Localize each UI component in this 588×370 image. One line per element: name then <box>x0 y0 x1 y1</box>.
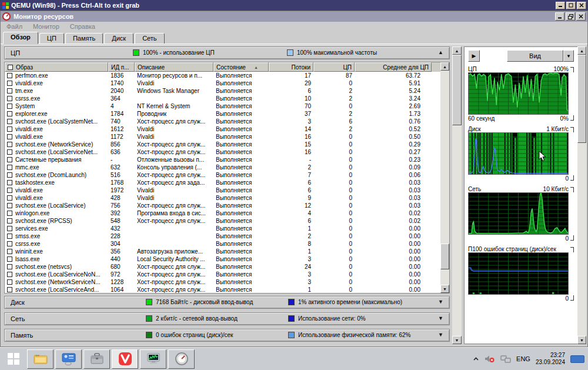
table-row[interactable]: svchost.exe (RPCSS) 548 Хост-процесс для… <box>5 217 440 225</box>
row-checkbox[interactable] <box>7 73 12 78</box>
volume-muted-icon[interactable] <box>485 355 495 363</box>
app-minimize-button[interactable] <box>555 12 564 21</box>
row-checkbox[interactable] <box>7 264 12 269</box>
column-header-cpu[interactable]: ЦП <box>313 62 355 72</box>
table-row[interactable]: mmc.exe 632 Консоль управления (... Выпо… <box>5 164 440 171</box>
row-checkbox[interactable] <box>7 172 12 178</box>
table-row[interactable]: winlogon.exe 392 Программа входа в сис..… <box>5 209 440 217</box>
table-row[interactable]: svchost.exe (NetworkService) 856 Хост-пр… <box>5 141 440 148</box>
table-row[interactable]: tm.exe 2040 Windows Task Manager Выполня… <box>5 87 440 95</box>
table-row[interactable]: lsass.exe 440 Local Security Authority .… <box>5 255 440 263</box>
menu-monitor[interactable]: Монитор <box>33 23 59 30</box>
network-section-header[interactable]: Сеть 2 кбит/с - сетевой ввод-вывод Испол… <box>4 312 450 325</box>
row-checkbox[interactable] <box>7 165 12 170</box>
row-checkbox[interactable] <box>7 111 12 116</box>
table-row[interactable]: vivaldi.exe 1172 Vivaldi Выполняется 16 … <box>5 133 440 141</box>
qemu-minimize-button[interactable] <box>556 2 565 9</box>
table-row[interactable]: wininit.exe 356 Автозагрузка приложе... … <box>5 248 440 255</box>
app-restore-button[interactable] <box>566 12 575 21</box>
graphs-scrollbar[interactable]: ▲ ▼ <box>577 46 586 344</box>
table-row[interactable]: vivaldi.exe 428 Vivaldi Выполняется 9 0 … <box>5 194 440 202</box>
network-expand-icon[interactable]: ▼ <box>438 315 443 321</box>
table-row[interactable]: svchost.exe (LocalServiceNet... 636 Хост… <box>5 148 440 156</box>
main-scroll-down-icon[interactable]: ▼ <box>452 336 462 344</box>
graphs-scroll-down-icon[interactable]: ▼ <box>577 336 586 344</box>
row-checkbox[interactable] <box>7 88 12 94</box>
app-close-button[interactable] <box>576 12 586 21</box>
show-desktop-indicator[interactable] <box>570 355 584 363</box>
table-row[interactable]: vivaldi.exe 1740 Vivaldi Выполняется 29 … <box>5 79 440 87</box>
table-scrollbar[interactable]: ▲ ▼ <box>440 62 449 293</box>
play-icon[interactable]: ▶ <box>468 50 480 62</box>
tab-memory[interactable]: Память <box>65 33 103 44</box>
table-row[interactable]: smss.exe 228 Выполняется 2 0 0.00 <box>5 232 440 240</box>
row-checkbox[interactable] <box>7 256 12 262</box>
memory-section-header[interactable]: Память 0 ошибок страниц (диск)/сек Испол… <box>4 329 450 342</box>
row-checkbox[interactable] <box>7 287 12 292</box>
cpu-collapse-icon[interactable]: ▲ <box>438 49 443 55</box>
graphs-scroll-thumb[interactable] <box>577 55 586 143</box>
column-header-pid[interactable]: ИД п... <box>108 62 135 72</box>
taskbar-toolbox-button[interactable] <box>83 349 110 369</box>
disk-expand-icon[interactable]: ▼ <box>438 299 443 305</box>
select-all-checkbox[interactable] <box>8 65 13 70</box>
main-scroll-up-icon[interactable]: ▲ <box>452 46 462 55</box>
taskbar-explorer-button[interactable] <box>27 349 54 369</box>
tab-overview[interactable]: Обзор <box>3 32 38 44</box>
table-row[interactable]: Системные прерывания - Отложенные вызовы… <box>5 156 440 164</box>
taskbar-vivaldi-button[interactable] <box>112 349 138 369</box>
language-indicator[interactable]: ENG <box>516 355 530 362</box>
row-checkbox[interactable] <box>7 211 12 216</box>
graphs-scroll-up-icon[interactable]: ▲ <box>577 46 586 55</box>
tab-disk[interactable]: Диск <box>104 33 133 44</box>
table-row[interactable]: svchost.exe (LocalServiceAnd... 1064 Хос… <box>5 286 440 293</box>
table-row[interactable]: svchost.exe (NetworkServiceN... 1228 Хос… <box>5 278 440 286</box>
column-header-average[interactable]: Среднее для ЦП <box>355 62 432 72</box>
row-checkbox[interactable] <box>7 195 12 201</box>
row-checkbox[interactable] <box>7 188 12 193</box>
taskbar-control-panel-button[interactable] <box>55 349 82 369</box>
clock[interactable]: 23:27 23.09.2024 <box>536 352 565 366</box>
row-checkbox[interactable] <box>7 218 12 224</box>
taskbar-resource-monitor-button[interactable] <box>168 349 195 369</box>
main-scroll-thumb[interactable] <box>452 55 462 125</box>
row-checkbox[interactable] <box>7 234 12 239</box>
row-checkbox[interactable] <box>7 203 12 208</box>
row-checkbox[interactable] <box>7 134 12 139</box>
table-row[interactable]: svchost.exe (LocalService) 756 Хост-проц… <box>5 202 440 209</box>
row-checkbox[interactable] <box>7 226 12 231</box>
main-scrollbar[interactable]: ▲ ▼ <box>452 46 462 344</box>
table-row[interactable]: taskhostex.exe 1768 Хост-процесс для зад… <box>5 179 440 186</box>
row-checkbox[interactable] <box>7 241 12 246</box>
row-checkbox[interactable] <box>7 157 12 162</box>
tab-network[interactable]: Сеть <box>135 33 164 44</box>
view-dropdown-icon[interactable]: ▼ <box>563 50 574 62</box>
table-row[interactable]: explorer.exe 1784 Проводник Выполняется … <box>5 110 440 118</box>
table-scroll-down-icon[interactable]: ▼ <box>440 285 449 293</box>
column-header-status[interactable]: Состояние▲ <box>213 62 269 72</box>
network-icon[interactable] <box>500 355 511 363</box>
table-row[interactable]: perfmon.exe 1836 Монитор ресурсов и п...… <box>5 72 440 79</box>
start-button[interactable] <box>0 348 27 369</box>
table-row[interactable]: svchost.exe (netsvcs) 680 Хост-процесс д… <box>5 263 440 271</box>
table-row[interactable]: svchost.exe (LocalSystemNet... 740 Хост-… <box>5 118 440 125</box>
table-scroll-thumb[interactable] <box>440 244 449 269</box>
view-button[interactable]: Вид <box>507 50 563 62</box>
table-scroll-up-icon[interactable]: ▲ <box>440 62 449 71</box>
tab-cpu[interactable]: ЦП <box>39 33 64 44</box>
table-row[interactable]: vivaldi.exe 1972 Vivaldi Выполняется 6 0… <box>5 186 440 194</box>
disk-section-header[interactable]: Диск 7168 Байт/с - дисковый ввод-вывод 1… <box>4 296 450 309</box>
row-checkbox[interactable] <box>7 180 12 185</box>
column-header-description[interactable]: Описание <box>135 62 213 72</box>
menu-file[interactable]: Файл <box>6 23 22 30</box>
column-header-image[interactable]: Образ <box>5 62 108 72</box>
column-header-threads[interactable]: Потоки <box>269 62 313 72</box>
menu-help[interactable]: Справка <box>70 23 95 30</box>
table-row[interactable]: csrss.exe 364 Выполняется 10 2 3.24 <box>5 95 440 102</box>
table-row[interactable]: svchost.exe (LocalServiceNoN... 972 Хост… <box>5 271 440 278</box>
table-row[interactable]: vivaldi.exe 1612 Vivaldi Выполняется 14 … <box>5 125 440 133</box>
hidden-icons-chevron-icon[interactable] <box>473 356 479 361</box>
table-row[interactable]: services.exe 432 Выполняется 1 0 0.00 <box>5 225 440 232</box>
table-row[interactable]: System 4 NT Kernel & System Выполняется … <box>5 102 440 110</box>
taskbar-task-manager-button[interactable] <box>140 349 166 369</box>
